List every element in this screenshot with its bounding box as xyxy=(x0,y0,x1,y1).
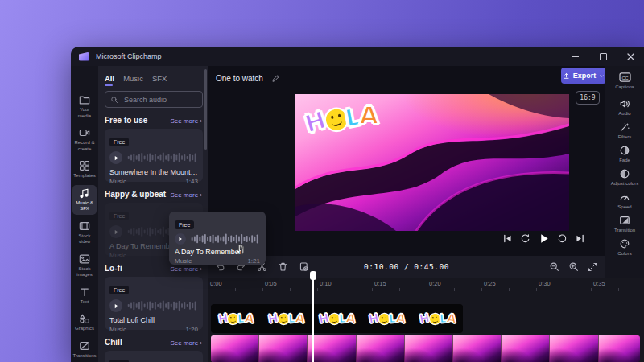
project-title[interactable]: One to watch xyxy=(216,74,263,83)
current-time: 0:10.00 xyxy=(364,262,399,271)
app-title: Microsoft Clipchamp xyxy=(96,52,162,60)
ruler-tick: 0:25 xyxy=(484,280,496,287)
search-audio-input[interactable] xyxy=(122,95,197,105)
video-preview[interactable]: HLA xyxy=(295,94,569,231)
rail-item-fade[interactable]: Fade xyxy=(605,142,644,165)
free-badge: Free xyxy=(109,138,129,146)
nav-item-label: Stock video xyxy=(72,233,97,245)
track-title: Total Lofi Chill xyxy=(109,316,198,324)
track-duration: 1:43 xyxy=(185,178,198,185)
captions-cc-icon: CC xyxy=(619,72,631,83)
left-nav-rail: Your media Record & create Templates Mus… xyxy=(71,66,98,362)
audio-track-card[interactable]: Free Total Lofi Chill Music1:20 xyxy=(105,277,203,330)
nav-item-your-media[interactable]: Your media xyxy=(72,92,97,121)
see-more-link[interactable]: See more › xyxy=(170,339,202,347)
forward-1s-button[interactable] xyxy=(557,233,568,244)
export-button[interactable]: Export xyxy=(561,68,606,84)
folder-icon xyxy=(79,94,90,105)
playhead-handle[interactable] xyxy=(310,271,316,280)
free-badge: Free xyxy=(109,286,129,294)
total-duration: 0:45.00 xyxy=(414,262,449,271)
nav-item-label: Text xyxy=(80,299,89,306)
speed-gauge-icon xyxy=(619,191,630,203)
audio-track-card[interactable]: Free Somewhere In the Mountain... Music1… xyxy=(105,129,203,182)
fade-icon xyxy=(619,145,630,156)
nav-item-text[interactable]: Text xyxy=(72,284,97,308)
nav-item-label: Your media xyxy=(72,107,97,119)
sticker-clip[interactable]: HLA HLA HLA HLA HLA xyxy=(211,304,463,333)
window-controls xyxy=(562,47,644,66)
skip-start-button[interactable] xyxy=(502,233,513,244)
chevron-down-icon xyxy=(599,73,605,79)
nav-item-graphics[interactable]: Graphics xyxy=(72,311,97,335)
skip-end-button[interactable] xyxy=(575,233,585,244)
nav-item-record-create[interactable]: Record & create xyxy=(72,125,97,154)
play-preview-button[interactable] xyxy=(109,151,122,164)
rail-item-transition[interactable]: Transition xyxy=(605,212,644,235)
chevron-right-icon: › xyxy=(200,265,202,273)
nav-item-stock-images[interactable]: Stock images xyxy=(72,251,97,281)
timeline-ruler[interactable]: 0:00 0:05 0:10 0:15 0:20 0:25 0:30 0:35 xyxy=(208,278,644,291)
rail-item-speed[interactable]: Speed xyxy=(605,188,644,212)
search-icon xyxy=(110,96,118,104)
nav-item-templates[interactable]: Templates xyxy=(72,158,97,182)
transition-icon xyxy=(619,215,630,226)
tab-all[interactable]: All xyxy=(105,74,114,83)
titlebar: Microsoft Clipchamp xyxy=(71,47,644,66)
play-preview-button[interactable] xyxy=(109,299,122,312)
nav-item-label: Graphics xyxy=(75,326,94,332)
video-clip[interactable] xyxy=(211,335,640,362)
section-title: Free to use xyxy=(105,116,147,125)
see-more-link[interactable]: See more › xyxy=(170,117,202,125)
maximize-button[interactable] xyxy=(589,47,617,66)
section-header-happy-upbeat: Happy & upbeat See more › xyxy=(105,190,202,199)
rail-item-captions[interactable]: CC Captions xyxy=(605,69,644,92)
aspect-ratio-badge[interactable]: 16:9 xyxy=(576,91,600,105)
rail-item-filters[interactable]: Filters xyxy=(605,118,644,142)
minimize-button[interactable] xyxy=(562,47,589,66)
search-audio-box[interactable] xyxy=(105,91,203,108)
section-header-chill: Chill See more › xyxy=(105,338,202,347)
tab-music[interactable]: Music xyxy=(123,74,143,83)
rail-divider xyxy=(611,93,638,93)
nav-item-label: Stock images xyxy=(72,266,97,278)
fit-to-screen-icon[interactable] xyxy=(588,262,597,272)
timeline-tracks: HLA HLA HLA HLA HLA xyxy=(208,291,644,362)
rail-item-adjust-colors[interactable]: Adjust colors xyxy=(605,165,644,188)
colors-palette-icon xyxy=(619,238,630,249)
text-icon xyxy=(79,286,90,298)
hand-cursor-icon xyxy=(234,242,247,259)
record-camera-icon xyxy=(79,127,90,138)
clipchamp-window: Microsoft Clipchamp Your media Record & … xyxy=(71,47,644,362)
track-duration: 1:21 xyxy=(247,257,260,265)
play-button[interactable] xyxy=(538,232,550,245)
nav-item-label: Record & create xyxy=(72,140,97,152)
audio-tabs: All Music SFX xyxy=(105,71,203,85)
video-frame-thumb xyxy=(453,335,502,362)
tab-sfx[interactable]: SFX xyxy=(152,74,167,83)
nav-item-music-sfx[interactable]: Music & SFX xyxy=(72,185,97,215)
waveform xyxy=(190,232,260,245)
nav-item-transitions[interactable]: Transitions xyxy=(72,338,97,362)
section-title: Chill xyxy=(105,338,122,347)
nav-item-label: Transitions xyxy=(72,353,96,360)
pencil-icon[interactable] xyxy=(271,74,280,83)
see-more-link[interactable]: See more › xyxy=(170,191,202,199)
rail-item-audio[interactable]: Audio xyxy=(605,95,644,118)
play-preview-button[interactable] xyxy=(109,225,122,238)
rail-item-colors[interactable]: Colors xyxy=(605,235,644,258)
hola-sticker-thumb: HLA xyxy=(218,313,255,325)
audio-track-card[interactable]: Free xyxy=(105,351,203,362)
nav-item-stock-video[interactable]: Stock video xyxy=(72,218,97,248)
playhead[interactable] xyxy=(312,271,314,362)
panel-scrollbar[interactable] xyxy=(204,69,207,150)
chevron-right-icon: › xyxy=(200,191,202,199)
video-frame-thumb xyxy=(599,335,641,362)
zoom-in-icon[interactable] xyxy=(568,261,579,272)
drag-preview-card[interactable]: Free A Day To Remember Music1:21 xyxy=(169,212,266,265)
track-title: A Day To Remember xyxy=(175,248,260,256)
rewind-1s-button[interactable] xyxy=(520,233,530,244)
see-more-link[interactable]: See more › xyxy=(170,265,202,273)
zoom-out-icon[interactable] xyxy=(549,261,559,272)
close-button[interactable] xyxy=(617,47,644,66)
